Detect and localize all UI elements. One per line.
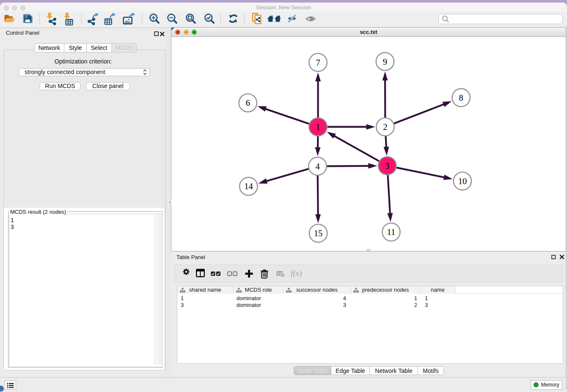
svg-text:3: 3	[385, 161, 389, 171]
svg-text:6: 6	[246, 98, 250, 108]
svg-text:1: 1	[316, 122, 320, 132]
svg-text:10: 10	[458, 177, 467, 186]
svg-text:11: 11	[387, 227, 396, 237]
svg-text:15: 15	[314, 229, 323, 238]
svg-text:9: 9	[383, 57, 387, 66]
svg-text:4: 4	[315, 162, 319, 171]
svg-text:8: 8	[459, 93, 463, 102]
svg-text:2: 2	[383, 122, 387, 132]
svg-text:7: 7	[316, 58, 320, 67]
svg-text:14: 14	[244, 182, 253, 191]
